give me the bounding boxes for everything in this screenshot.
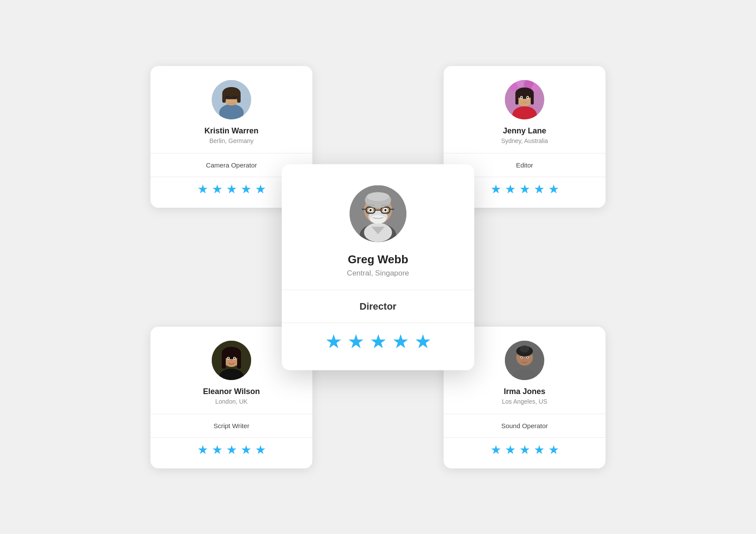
svg-point-9 (228, 101, 229, 102)
star-1: ★ (197, 444, 208, 456)
location-irma: Los Angeles, US (502, 398, 547, 405)
svg-point-51 (370, 215, 386, 223)
star-3: ★ (519, 183, 530, 195)
star-3: ★ (226, 444, 237, 456)
svg-rect-29 (222, 353, 226, 369)
star-4: ★ (241, 183, 252, 195)
svg-point-22 (521, 97, 522, 98)
svg-point-45 (527, 356, 528, 358)
avatar-irma (505, 341, 544, 380)
star-3: ★ (519, 444, 530, 456)
avatar-eleanor (212, 341, 251, 380)
star-3: ★ (370, 332, 387, 351)
svg-rect-18 (515, 92, 518, 105)
svg-point-44 (521, 356, 522, 358)
name-greg: Greg Webb (348, 252, 408, 266)
stars-irma: ★ ★ ★ ★ ★ (444, 438, 606, 468)
role-eleanor: Script Writer (150, 414, 312, 437)
star-1: ★ (325, 332, 342, 351)
star-3: ★ (226, 183, 237, 195)
svg-point-35 (231, 360, 232, 361)
star-5: ★ (255, 183, 266, 195)
svg-point-23 (527, 97, 528, 98)
avatar-greg (350, 185, 406, 242)
svg-point-41 (520, 346, 529, 353)
star-5: ★ (414, 332, 431, 351)
star-4: ★ (534, 444, 545, 456)
svg-point-34 (234, 357, 235, 359)
location-jenny: Sydney, Australia (501, 137, 548, 144)
location-eleanor: London, UK (215, 398, 248, 405)
svg-rect-30 (237, 353, 241, 369)
star-2: ★ (347, 332, 364, 351)
avatar-kristin (212, 80, 251, 119)
location-kristin: Berlin, Germany (209, 137, 253, 144)
star-4: ★ (534, 183, 545, 195)
name-kristin: Kristin Warren (204, 126, 258, 136)
star-4: ★ (392, 332, 409, 351)
cards-scene: Kristin Warren Berlin, Germany Camera Op… (137, 53, 619, 482)
star-5: ★ (548, 183, 559, 195)
svg-rect-7 (232, 96, 238, 99)
svg-point-59 (370, 209, 372, 211)
star-2: ★ (212, 444, 223, 456)
role-greg: Director (282, 290, 474, 322)
location-greg: Central, Singapore (347, 269, 409, 277)
stars-eleanor: ★ ★ ★ ★ ★ (150, 438, 312, 468)
star-2: ★ (505, 183, 516, 195)
star-5: ★ (548, 444, 559, 456)
svg-point-62 (367, 192, 389, 201)
avatar-jenny (505, 80, 544, 119)
svg-point-12 (517, 80, 524, 87)
svg-rect-19 (531, 92, 534, 105)
star-4: ★ (241, 444, 252, 456)
name-eleanor: Eleanor Wilson (203, 387, 260, 396)
role-irma: Sound Operator (444, 414, 606, 437)
star-5: ★ (255, 444, 266, 456)
star-1: ★ (197, 183, 208, 195)
star-1: ★ (490, 183, 501, 195)
star-2: ★ (505, 444, 516, 456)
name-jenny: Jenny Lane (503, 126, 546, 136)
star-1: ★ (490, 444, 501, 456)
svg-rect-6 (225, 96, 231, 99)
svg-point-60 (385, 209, 387, 211)
name-irma: Irma Jones (504, 387, 545, 396)
star-2: ★ (212, 183, 223, 195)
card-greg-webb[interactable]: Greg Webb Central, Singapore Director ★ … (282, 164, 474, 370)
stars-greg: ★ ★ ★ ★ ★ (282, 323, 474, 370)
svg-point-33 (228, 357, 229, 359)
